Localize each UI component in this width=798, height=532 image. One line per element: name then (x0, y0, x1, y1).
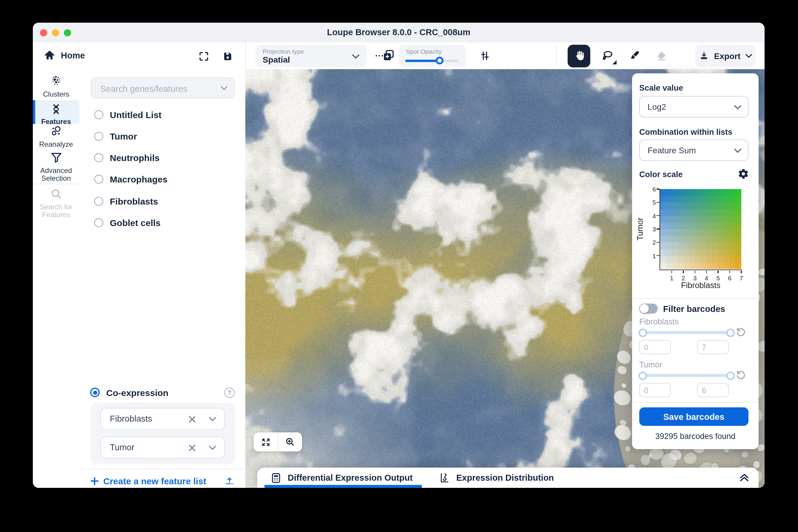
radio-selected-icon[interactable] (90, 388, 100, 397)
fit-view-button[interactable] (254, 432, 277, 452)
spot-opacity-slider[interactable] (405, 59, 458, 62)
sidebar-item-label: Search for Features (33, 203, 79, 219)
brush-tool-button[interactable] (622, 44, 645, 67)
zoom-in-button[interactable] (278, 432, 302, 452)
range-handle-max[interactable] (726, 371, 735, 380)
save-button[interactable] (220, 49, 235, 63)
export-label: Export (714, 51, 741, 60)
colormap-x-tick: 4 (703, 274, 710, 282)
lasso-flyout-indicator[interactable] (612, 60, 617, 64)
expand-panel-button[interactable] (740, 473, 749, 482)
search-genes-input[interactable] (99, 78, 215, 99)
radio-icon[interactable] (94, 218, 103, 227)
tick-mark (671, 270, 672, 273)
radio-icon[interactable] (94, 153, 103, 162)
help-icon[interactable]: ? (224, 387, 235, 398)
pan-tool-button[interactable] (568, 44, 590, 67)
selected-feature-value: Fibroblasts (110, 414, 152, 423)
projection-type-dropdown[interactable]: Projection type Spatial (255, 44, 367, 67)
feature-list-label: Fibroblasts (110, 196, 158, 206)
feature-list-item[interactable]: Tumor (94, 129, 239, 142)
tab-differential-expression-output[interactable]: Differential Expression Output (270, 472, 413, 483)
sidebar-item-search-for-features[interactable]: Search for Features (33, 187, 79, 219)
clear-icon[interactable] (188, 416, 196, 423)
range-handle-max[interactable] (726, 328, 735, 337)
reset-icon[interactable] (736, 327, 746, 337)
feature-list-item[interactable]: Untitled List (94, 108, 239, 121)
coexpression-colormap: Tumor Fibroblasts 1234567123456 (632, 184, 759, 298)
feature-list-item[interactable]: Macrophages (94, 172, 239, 186)
distribution-icon (439, 472, 450, 483)
fibroblasts-max-input[interactable] (697, 340, 729, 354)
sidebar-item-label: Advanced Selection (33, 167, 79, 183)
tick-mark (694, 270, 695, 273)
panel-divider (80, 469, 245, 469)
radio-icon[interactable] (94, 196, 103, 206)
colormap-y-tick: 3 (648, 225, 656, 233)
save-barcodes-button[interactable]: Save barcodes (639, 407, 748, 426)
tab-expression-distribution[interactable]: Expression Distribution (439, 472, 554, 483)
display-settings-button[interactable] (477, 48, 492, 63)
export-button[interactable]: Export (695, 45, 756, 67)
chevron-down-icon[interactable] (209, 417, 216, 422)
sidebar-item-advanced-selection[interactable]: Advanced Selection (33, 151, 79, 183)
search-genes-box[interactable] (91, 78, 235, 98)
filter-barcodes-toggle[interactable] (639, 304, 658, 314)
colormap-x-tick: 5 (714, 274, 722, 282)
gear-icon[interactable] (738, 168, 749, 179)
colormap-y-tick: 6 (648, 186, 656, 193)
tick-mark (656, 255, 659, 256)
fullscreen-button[interactable] (196, 49, 211, 63)
upload-icon[interactable] (224, 476, 235, 486)
tumor-range-slider[interactable] (643, 374, 730, 377)
tick-mark (706, 270, 707, 273)
projection-type-label: Projection type (262, 48, 304, 55)
range-handle-min[interactable] (639, 328, 647, 337)
combination-select[interactable]: Feature Sum (639, 139, 748, 161)
map-controls (254, 432, 302, 452)
fibroblasts-range-slider[interactable] (643, 331, 730, 334)
colormap-x-tick: 6 (726, 274, 733, 282)
feature-list-item[interactable]: Neutrophils (94, 151, 239, 164)
add-projection-view-button[interactable] (380, 47, 397, 64)
coexpression-item[interactable]: Co-expression ? (90, 386, 235, 399)
radio-icon[interactable] (94, 132, 103, 140)
range-handle-min[interactable] (639, 371, 647, 380)
feature-list-item[interactable]: Goblet cells (94, 216, 239, 229)
create-feature-list-button[interactable]: Create a new feature list (91, 474, 235, 488)
sidebar-item-label: Clusters (33, 91, 79, 98)
home-button[interactable]: Home (43, 42, 85, 69)
reset-icon[interactable] (736, 370, 746, 380)
coexpression-label: Co-expression (106, 387, 168, 398)
dna-icon (33, 102, 79, 116)
coexpression-feature-select[interactable]: Fibroblasts (100, 408, 225, 430)
sidebar-item-features[interactable]: Features (33, 102, 79, 126)
sidebar-item-clusters[interactable]: Clusters (33, 75, 79, 98)
spot-opacity-label: Spot Opacity (406, 48, 442, 55)
sidebar-divider (33, 184, 79, 184)
tumor-max-input[interactable] (697, 383, 729, 397)
sidebar-item-reanalyze[interactable]: Reanalyze (33, 125, 79, 149)
toggle-knob (640, 304, 649, 313)
feature-list-label: Macrophages (110, 174, 167, 184)
feature-list-label: Tumor (110, 131, 137, 141)
coexpression-feature-select[interactable]: Tumor (100, 437, 225, 459)
filter-name: Fibroblasts (639, 317, 678, 326)
panel-divider (632, 298, 759, 299)
color-scale-label: Color scale (639, 170, 683, 179)
radio-icon[interactable] (94, 110, 103, 119)
spot-opacity-handle[interactable] (436, 57, 444, 64)
eraser-tool-button[interactable] (650, 44, 673, 67)
search-icon (33, 187, 79, 201)
scale-value-select[interactable]: Log2 (639, 96, 748, 117)
home-label: Home (61, 51, 85, 60)
clear-icon[interactable] (188, 444, 196, 452)
tumor-min-input[interactable] (639, 383, 671, 397)
fibroblasts-min-input[interactable] (639, 340, 671, 354)
toolbar: Home Projection type Spatial Spot Opacit… (33, 42, 765, 70)
feature-list-label: Untitled List (110, 110, 161, 119)
radio-icon[interactable] (94, 174, 103, 184)
chevron-down-icon[interactable] (209, 445, 216, 450)
feature-list-item[interactable]: Fibroblasts (94, 194, 239, 208)
tick-mark (656, 242, 659, 243)
